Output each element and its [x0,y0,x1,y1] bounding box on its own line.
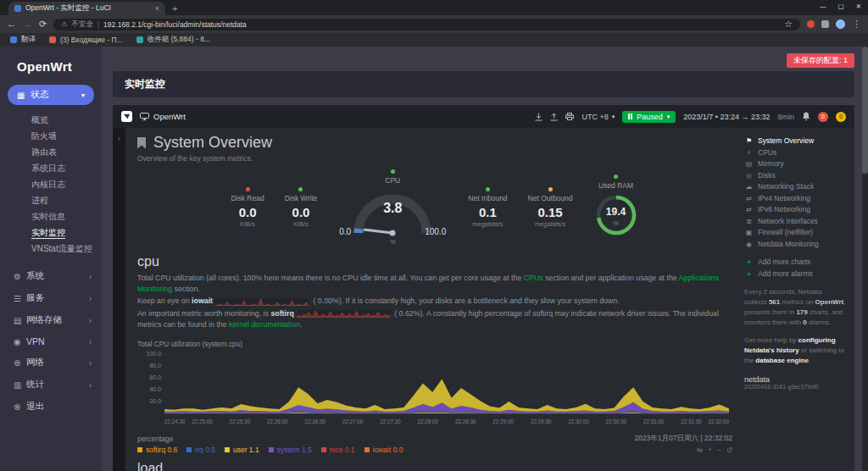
bookmark-item[interactable]: 翻译 [10,35,36,45]
forward-button[interactable]: → [23,19,32,29]
warning-alarms-badge[interactable]: 0 [836,112,846,122]
sidebar-subitem[interactable]: 系统日志 [31,160,102,176]
gauge-used-ram[interactable]: Used RAM19.4% [593,175,639,241]
pan-icon[interactable]: ⇆ [697,446,703,454]
chevron-right-icon: › [89,272,92,281]
download-icon[interactable] [535,113,542,121]
reset-zoom-icon[interactable]: ↺ [726,446,732,454]
url-separator: | [97,20,99,29]
unsaved-config-badge[interactable]: 未保存的配置: 1 [787,53,854,68]
sidebar-subitem[interactable]: 概览 [31,112,102,128]
url-bar[interactable]: ⚠ 不安全 | 192.168.2.1/cgi-bin/luci/admin/s… [53,19,800,30]
tab-close-icon[interactable]: × [155,4,159,13]
sidebar-subitem[interactable]: 防火墙 [31,128,102,144]
maximize-button[interactable]: ▢ [838,3,844,10]
critical-alarms-badge[interactable]: 0 [818,112,828,122]
sidebar-item-label: 网络 [26,357,89,368]
ring-overlay: 19.4% [593,192,639,241]
sidebar-item-logout[interactable]: ⊗退出 [0,396,102,418]
bell-icon[interactable] [802,112,810,121]
close-button[interactable]: ✕ [856,3,861,10]
netdata-menu-items: ⚑System Overview⚡CPUs▤Memory◎Disks☁Netwo… [744,136,846,250]
minimize-button[interactable]: — [820,3,826,10]
netdata-menu-system-overview[interactable]: ⚑System Overview [744,136,846,147]
legend-item[interactable]: system 1.5 [269,446,312,454]
timezone-selector[interactable]: UTC +8 ▾ [581,113,615,121]
sidebar-subitem[interactable]: 进程 [31,192,102,208]
bookmark-item[interactable]: (3) Входящие - П... [49,36,123,44]
reload-button[interactable]: ⟳ [39,19,47,29]
sidebar-subitem[interactable]: 内核日志 [31,176,102,192]
gauge-disk-write[interactable]: Disk Write0.0KiB/s [285,187,318,228]
export-icon[interactable] [550,113,558,121]
sidebar-item-vpn[interactable]: ◉VPN› [0,331,102,352]
sidebar-subitem[interactable]: 实时监控 [31,224,102,241]
new-tab-button[interactable]: + [172,3,177,14]
sidebar-item-status[interactable]: ▦ 状态 ▾ [8,85,94,105]
sidebar-item-system[interactable]: ⚙系统› [0,265,102,287]
iowait-sparkline[interactable] [215,298,309,306]
date-range[interactable]: 2023/1/7 • 23:24 → 23:32 [683,113,770,121]
sidebar-item-services[interactable]: ☰服务› [0,287,102,309]
browser-tab[interactable]: OpenWrt - 实时监控 - LuCI × [8,2,165,15]
gauge-cpu[interactable]: CPU3.80.0100.0% [337,169,448,246]
browser-menu-icon[interactable]: ⋮ [852,19,861,29]
print-icon[interactable] [565,113,574,120]
back-button[interactable]: ← [7,19,16,29]
bookmark-star-icon[interactable]: ☆ [784,19,793,29]
netdata-version-name: netdata [744,375,846,384]
netdata-menu-ipv4-networking[interactable]: ⇄IPv4 Networking [744,193,846,205]
netdata-menu-disks[interactable]: ◎Disks [744,170,846,182]
netdata-menu-networking-stack[interactable]: ☁Networking Stack [744,181,846,193]
vpn-icon: ◉ [14,337,26,346]
bookmark-item[interactable]: 收件箱 (5,884) - It... [136,35,210,45]
netdata-menu-ipv6-networking[interactable]: ⇄IPv6 Networking [744,204,846,216]
netdata-menu-netdata-monitoring[interactable]: ◉Netdata Monitoring [744,239,846,251]
zoom-in-icon[interactable]: + [708,446,712,454]
inline-link[interactable]: kernel documentation [229,320,300,329]
gauge-net-inbound[interactable]: Net Inbound0.1megabits/s [468,187,507,228]
browser-scrollbar[interactable] [862,47,868,471]
netdata-menu-memory[interactable]: ▤Memory [744,158,846,170]
netdata-menu-cpus[interactable]: ⚡CPUs [744,147,846,159]
sidebar-subitem[interactable]: 实时信息 [31,208,102,224]
legend-item[interactable]: iowait 0.0 [364,446,403,454]
legend-item[interactable]: irq 0.5 [186,446,215,454]
profile-avatar[interactable] [836,19,845,29]
netdata-logo[interactable] [121,111,132,122]
cpu-chart[interactable]: 100.080.060.040.020.022:24:3022:25:0022:… [137,350,732,433]
subitem-label: 实时监控 [31,228,65,239]
netdata-menu-network-interfaces[interactable]: ≣Network Interfaces [744,216,846,228]
legend-item[interactable]: nice 0.1 [321,446,355,454]
netdata-host[interactable]: OpenWrt [140,112,186,121]
sidebar-item-statistics[interactable]: ▥统计› [0,374,102,396]
netdata-menu-firewall[interactable]: ▣Firewall (netfilter) [744,227,846,239]
help-link[interactable]: database engine [755,357,809,364]
inline-link[interactable]: CPUs [524,274,543,282]
softirq-sparkline[interactable] [297,310,390,318]
zoom-out-icon[interactable]: − [717,446,721,454]
svg-text:40.0: 40.0 [149,386,161,392]
menu-label: Add more charts [758,257,810,269]
extensions-icon[interactable] [821,20,829,28]
netdata-sidebar-toggle[interactable]: › [113,128,125,471]
gauge-value: 0.0 [231,205,264,219]
sidebar-subitem[interactable]: VNStat流量监控 [31,241,102,257]
sidebar-item-storage[interactable]: ▤网络存储› [0,309,102,331]
adblock-extension-icon[interactable] [807,20,815,28]
sidebar-item-network[interactable]: ⊕网络› [0,352,102,374]
netdata-menu-extra[interactable]: +Add more charts [744,257,846,269]
gear-icon: ⚙ [14,272,26,281]
chart-toolbox: ⇆ + − ↺ [697,446,732,454]
scrollbar-thumb[interactable] [862,47,868,174]
tab-title: OpenWrt - 实时监控 - LuCI [25,3,151,14]
gauge-net-outbound[interactable]: Net Outbound0.15megabits/s [528,187,573,228]
gauge-disk-read[interactable]: Disk Read0.0KiB/s [231,187,264,228]
svg-text:22:25:30: 22:25:30 [230,418,251,424]
legend-item[interactable]: softirq 0.6 [137,446,177,454]
netdata-menu-extra[interactable]: +Add more alarms [744,269,846,280]
sidebar-subitem[interactable]: 路由表 [31,144,102,160]
legend-item[interactable]: user 1.1 [225,446,259,454]
pause-button[interactable]: Paused ▾ [622,111,676,123]
gauge-unit: megabits/s [468,220,507,228]
